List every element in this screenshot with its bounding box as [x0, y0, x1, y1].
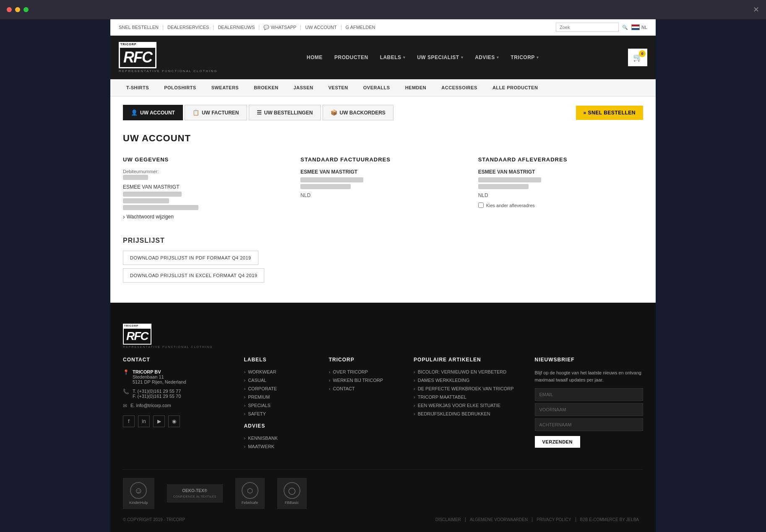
- nav-uw-specialist[interactable]: UW SPECIALIST ▾: [411, 44, 469, 71]
- email-icon: ✉: [123, 403, 127, 409]
- footer-label-workwear[interactable]: WORKWEAR: [244, 369, 316, 374]
- change-address-checkbox[interactable]: [478, 202, 484, 208]
- category-broeken[interactable]: BROEKEN: [246, 79, 286, 96]
- footer-label-safety[interactable]: SAFETY: [244, 411, 316, 416]
- labels-dropdown-arrow: ▾: [403, 55, 406, 60]
- category-overalls[interactable]: OVERALLS: [356, 79, 398, 96]
- footer-tricorp-contact[interactable]: CONTACT: [329, 386, 401, 391]
- footer-privacy-policy[interactable]: PRIVACY POLICY: [532, 517, 576, 522]
- newsletter-email-input[interactable]: [535, 388, 643, 401]
- footer-tricorp-over[interactable]: OVER TRICORP: [329, 369, 401, 374]
- footer-populaire-title: POPULAIRE ARTIKELEN: [414, 357, 522, 363]
- wachtwoord-link[interactable]: Wachtwoord wijzigen: [123, 213, 288, 220]
- footer-bottom: ☺ KinderHulp OEKO-TEX® CONFIDENCE IN TEX…: [123, 469, 643, 522]
- nav-advies[interactable]: ADVIES ▾: [469, 44, 505, 71]
- category-jassen[interactable]: JASSEN: [286, 79, 321, 96]
- footer-copyright-row: © COPYRIGHT 2019 - TRICORP DISCLAIMER AL…: [123, 517, 643, 522]
- footer-tricorp-title: TRICORP: [329, 357, 401, 363]
- tab-uw-facturen[interactable]: 📋 UW FACTUREN: [185, 105, 247, 120]
- utility-nav-uw-account[interactable]: UW ACCOUNT: [301, 25, 341, 30]
- newsletter-voornaam-input[interactable]: [535, 403, 643, 416]
- main-nav: TRICORP RFC REPRESENTATIVE FUNCTIONAL CL…: [110, 36, 656, 79]
- footer-populaire-5[interactable]: BEDRIJFSKLEDING BEDRUKKEN: [414, 411, 522, 416]
- footer-populaire-4[interactable]: EEN WERKJAS VOOR ELKE SITUATIE: [414, 403, 522, 408]
- instagram-icon[interactable]: ◉: [168, 415, 180, 427]
- nl-flag-icon: [631, 24, 640, 30]
- utility-nav-dealernieuws[interactable]: DEALERNIEUWS: [214, 25, 259, 30]
- download-excel-button[interactable]: DOWNLOAD PRIJSLIJST IN EXCEL FORMAAT Q4 …: [123, 268, 264, 283]
- backorders-tab-icon: 📦: [331, 109, 337, 116]
- kinderhulp-icon: ☺: [130, 482, 147, 499]
- tab-uw-bestellingen[interactable]: ☰ UW BESTELLINGEN: [249, 105, 321, 120]
- linkedin-icon[interactable]: in: [138, 415, 150, 427]
- footer-logo-box[interactable]: TRICORP RFC: [123, 324, 643, 345]
- newsletter-achternaam-input[interactable]: [535, 418, 643, 431]
- aflever-address-blurred-1: [478, 177, 541, 182]
- footer-advies-kennisbank[interactable]: KENNISBANK: [244, 436, 316, 441]
- browser-close-button[interactable]: ✕: [753, 5, 759, 14]
- language-selector[interactable]: NL: [631, 24, 647, 30]
- footer-email: E. info@tricorp.com: [130, 403, 171, 408]
- oeko-tex-logo: OEKO-TEX® CONFIDENCE IN TEXTILES: [167, 484, 223, 503]
- category-sweaters[interactable]: SWEATERS: [204, 79, 247, 96]
- logo[interactable]: TRICORP RFC: [119, 42, 217, 68]
- footer-populaire-3[interactable]: TRICORP MAATTABEL: [414, 394, 522, 400]
- phone-icon: 📞: [123, 389, 129, 394]
- footer-advies-maatwerk[interactable]: MAATWERK: [244, 444, 316, 449]
- download-pdf-button[interactable]: DOWNLOAD PRIJSLIJST IN PDF FORMAAT Q4 20…: [123, 251, 258, 265]
- category-hemden[interactable]: HEMDEN: [398, 79, 434, 96]
- facturen-tab-icon: 📋: [193, 109, 199, 116]
- category-poloshirts[interactable]: POLOSHIRTS: [156, 79, 204, 96]
- tab-uw-backorders[interactable]: 📦 UW BACKORDERS: [323, 105, 393, 120]
- footer-populaire-1[interactable]: DAMES WERKKLEDING: [414, 378, 522, 383]
- category-t-shirts[interactable]: T-SHIRTS: [119, 79, 156, 96]
- browser-dot-green: [23, 7, 29, 12]
- category-vesten[interactable]: VESTEN: [321, 79, 356, 96]
- search-input[interactable]: [556, 23, 619, 32]
- utility-nav-whatsapp[interactable]: 💬 WHATSAPP: [259, 25, 301, 30]
- footer-label-premium[interactable]: PREMIUM: [244, 394, 316, 400]
- newsletter-submit-button[interactable]: VERZENDEN: [535, 436, 580, 448]
- debiteur-label: Debiteurnummer:: [123, 169, 288, 174]
- facebook-icon[interactable]: f: [123, 415, 135, 427]
- nav-labels[interactable]: LABELS ▾: [374, 44, 412, 71]
- cart-button[interactable]: 🛒 0: [628, 49, 647, 66]
- site-wrapper: SNEL BESTELLEN DEALERSERVICES DEALERNIEU…: [110, 19, 656, 532]
- footer-label-casual[interactable]: CASUAL: [244, 378, 316, 383]
- tab-uw-account[interactable]: 👤 UW ACCOUNT: [123, 105, 183, 120]
- nav-home[interactable]: HOME: [301, 44, 328, 71]
- footer-fax: F. (+31)(0)161 29 55 70: [133, 394, 181, 399]
- afmelden-icon: G: [346, 25, 349, 30]
- footer-grid: CONTACT 📍 TRICORP BV Stedenbaan 11 5121 …: [123, 357, 643, 452]
- address-blurred-2: [123, 198, 169, 203]
- youtube-icon[interactable]: ▶: [153, 415, 165, 427]
- snel-bestellen-button[interactable]: » SNEL BESTELLEN: [576, 106, 643, 120]
- footer-populaire-0[interactable]: BICOLOR: VERNIEUWD EN VERBETERD: [414, 369, 522, 374]
- footer-label-corporate[interactable]: CORPORATE: [244, 386, 316, 391]
- footer-b2b-ecommerce[interactable]: B2B E-COMMERCE BY JELBA: [576, 517, 643, 522]
- advies-dropdown-arrow: ▾: [497, 55, 499, 60]
- footer-tricorp-werken[interactable]: WERKEN BIJ TRICORP: [329, 378, 401, 383]
- footer-algemene-voorwaarden[interactable]: ALGEMENE VOORWAARDEN: [466, 517, 532, 522]
- nav-tricorp[interactable]: TRICORP ▾: [505, 44, 545, 71]
- factuur-address-blurred-2: [300, 184, 351, 189]
- browser-dot-yellow: [15, 7, 20, 12]
- footer-label-specials[interactable]: SPECIALS: [244, 403, 316, 408]
- search-icon: 🔍: [622, 25, 628, 30]
- page-title: UW ACCOUNT: [123, 133, 643, 144]
- utility-nav-afmelden[interactable]: G AFMELDEN: [341, 25, 380, 30]
- copyright-text: © COPYRIGHT 2019 - TRICORP: [123, 517, 185, 522]
- footer-address-2: 5121 DP Rijen, Nederland: [133, 379, 186, 384]
- category-nav: T-SHIRTS POLOSHIRTS SWEATERS BROEKEN JAS…: [110, 79, 656, 96]
- febelsafe-icon: ⬡: [242, 482, 258, 499]
- category-alle-producten[interactable]: ALLE PRODUCTEN: [485, 79, 545, 96]
- utility-nav-dealerservices[interactable]: DEALERSERVICES: [163, 25, 214, 30]
- utility-nav-snel-bestellen[interactable]: SNEL BESTELLEN: [119, 25, 163, 30]
- footer-disclaimer[interactable]: DISCLAIMER: [431, 517, 466, 522]
- category-accessoires[interactable]: ACCESSOIRES: [434, 79, 485, 96]
- change-address-label: Kies ander afleveradres: [486, 203, 535, 208]
- footer-company: 📍 TRICORP BV Stedenbaan 11 5121 DP Rijen…: [123, 369, 231, 384]
- footer-populaire-2[interactable]: DE PERFECTE WERKBROEK VAN TRICORP: [414, 386, 522, 391]
- prijslijst-title: PRIJSLIJST: [123, 237, 643, 244]
- nav-producten[interactable]: PRODUCTEN: [328, 44, 374, 71]
